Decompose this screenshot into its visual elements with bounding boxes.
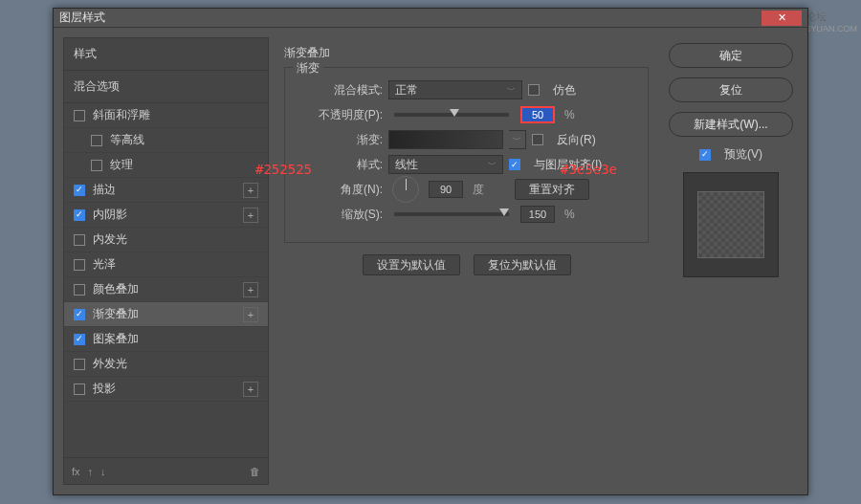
reset-default-button[interactable]: 复位为默认值 xyxy=(474,254,571,275)
scale-slider[interactable] xyxy=(394,212,509,216)
effect-item[interactable]: 渐变叠加+ xyxy=(64,302,268,327)
effect-label: 描边 xyxy=(93,182,116,198)
effect-label: 外发光 xyxy=(93,356,127,372)
dither-checkbox[interactable] xyxy=(528,84,540,96)
effect-item[interactable]: 内阴影+ xyxy=(64,203,268,228)
add-effect-icon[interactable]: + xyxy=(243,307,258,322)
styles-panel: 样式 混合选项 斜面和浮雕等高线纹理描边+内阴影+内发光光泽颜色叠加+渐变叠加+… xyxy=(63,37,269,485)
effect-checkbox[interactable] xyxy=(74,383,85,395)
effect-checkbox[interactable] xyxy=(74,284,85,296)
scale-label: 缩放(S): xyxy=(297,207,383,223)
styles-footer: fx ↑ ↓ 🗑 xyxy=(64,457,268,484)
effect-checkbox[interactable] xyxy=(74,309,85,320)
slider-thumb[interactable] xyxy=(450,109,459,117)
add-effect-icon[interactable]: + xyxy=(243,282,258,297)
preview-checkbox[interactable] xyxy=(699,149,711,161)
scale-unit: % xyxy=(564,208,575,221)
add-effect-icon[interactable]: + xyxy=(243,382,258,397)
style-select[interactable]: 线性 ﹀ xyxy=(388,155,503,174)
effects-list: 斜面和浮雕等高线纹理描边+内阴影+内发光光泽颜色叠加+渐变叠加+图案叠加外发光投… xyxy=(64,103,268,457)
effect-item[interactable]: 图案叠加 xyxy=(64,327,268,352)
effect-item[interactable]: 内发光 xyxy=(64,228,268,252)
add-effect-icon[interactable]: + xyxy=(243,183,258,198)
dither-label: 仿色 xyxy=(553,82,576,99)
gradient-dropdown[interactable]: ﹀ xyxy=(509,130,526,149)
effect-label: 图案叠加 xyxy=(93,331,139,347)
align-label: 与图层对齐(I) xyxy=(534,157,602,173)
styles-header: 样式 xyxy=(64,38,268,71)
preview-box xyxy=(683,172,779,277)
effect-label: 颜色叠加 xyxy=(93,281,139,297)
settings-panel: 渐变叠加 渐变 混合模式: 正常 ﹀ 仿色 不透明度(P): xyxy=(278,37,654,485)
layer-style-dialog: 图层样式 ✕ 样式 混合选项 斜面和浮雕等高线纹理描边+内阴影+内发光光泽颜色叠… xyxy=(53,8,808,495)
angle-dial[interactable] xyxy=(392,176,419,203)
effect-checkbox[interactable] xyxy=(74,209,85,221)
effect-checkbox[interactable] xyxy=(91,135,102,146)
cancel-button[interactable]: 复位 xyxy=(669,77,793,102)
titlebar[interactable]: 图层样式 ✕ xyxy=(54,9,807,28)
effect-label: 渐变叠加 xyxy=(93,306,139,322)
opacity-label: 不透明度(P): xyxy=(297,107,383,123)
effect-item[interactable]: 等高线 xyxy=(64,128,268,153)
effect-checkbox[interactable] xyxy=(91,160,102,171)
gradient-fieldset: 渐变 混合模式: 正常 ﹀ 仿色 不透明度(P): 50 xyxy=(284,67,649,243)
effect-checkbox[interactable] xyxy=(74,359,85,370)
effect-item[interactable]: 颜色叠加+ xyxy=(64,277,268,302)
effect-label: 内发光 xyxy=(93,231,127,248)
effect-item[interactable]: 纹理 xyxy=(64,153,268,178)
preview-label: 预览(V) xyxy=(724,146,762,163)
slider-thumb[interactable] xyxy=(499,208,509,216)
set-default-button[interactable]: 设置为默认值 xyxy=(363,254,460,275)
blend-mode-value: 正常 xyxy=(395,82,418,99)
effect-checkbox[interactable] xyxy=(74,234,85,246)
trash-icon[interactable]: 🗑 xyxy=(250,466,260,477)
style-label: 样式: xyxy=(297,157,383,173)
fx-icon[interactable]: fx xyxy=(72,466,80,477)
scale-input[interactable]: 150 xyxy=(520,206,555,223)
effect-item[interactable]: 外发光 xyxy=(64,352,268,377)
style-value: 线性 xyxy=(395,157,418,173)
effect-label: 纹理 xyxy=(110,157,133,173)
effect-label: 光泽 xyxy=(93,256,116,273)
opacity-input[interactable]: 50 xyxy=(520,106,555,123)
effect-checkbox[interactable] xyxy=(74,185,85,196)
close-button[interactable]: ✕ xyxy=(762,11,802,26)
ok-button[interactable]: 确定 xyxy=(669,43,793,68)
align-checkbox[interactable] xyxy=(509,159,520,170)
arrow-down-icon[interactable]: ↓ xyxy=(100,466,106,477)
dialog-title: 图层样式 xyxy=(59,10,762,26)
action-panel: 确定 复位 新建样式(W)... 预览(V) xyxy=(664,37,798,485)
angle-unit: 度 xyxy=(473,182,484,198)
effect-label: 内阴影 xyxy=(93,207,127,223)
gradient-preview[interactable] xyxy=(388,130,503,149)
reverse-checkbox[interactable] xyxy=(532,134,543,145)
effect-label: 斜面和浮雕 xyxy=(93,107,150,123)
blend-mode-select[interactable]: 正常 ﹀ xyxy=(388,80,522,99)
effect-label: 投影 xyxy=(93,381,116,397)
blend-mode-label: 混合模式: xyxy=(297,82,383,99)
effect-checkbox[interactable] xyxy=(74,259,85,271)
arrow-up-icon[interactable]: ↑ xyxy=(88,466,94,477)
angle-input[interactable]: 90 xyxy=(429,181,463,198)
opacity-unit: % xyxy=(564,108,575,121)
chevron-down-icon: ﹀ xyxy=(488,159,497,171)
blend-options-item[interactable]: 混合选项 xyxy=(64,71,268,103)
effect-label: 等高线 xyxy=(110,132,144,148)
new-style-button[interactable]: 新建样式(W)... xyxy=(669,112,793,137)
chevron-down-icon: ﹀ xyxy=(507,84,516,97)
effect-checkbox[interactable] xyxy=(74,110,85,121)
effect-item[interactable]: 斜面和浮雕 xyxy=(64,103,268,128)
effect-item[interactable]: 描边+ xyxy=(64,178,268,203)
angle-label: 角度(N): xyxy=(297,182,383,198)
fieldset-label: 渐变 xyxy=(293,60,323,77)
effect-checkbox[interactable] xyxy=(74,334,85,345)
opacity-slider[interactable] xyxy=(394,113,509,117)
section-title: 渐变叠加 xyxy=(278,43,654,63)
reverse-label: 反向(R) xyxy=(557,132,596,148)
effect-item[interactable]: 光泽 xyxy=(64,252,268,277)
add-effect-icon[interactable]: + xyxy=(243,208,258,223)
reset-align-button[interactable]: 重置对齐 xyxy=(515,179,589,200)
gradient-label: 渐变: xyxy=(297,132,383,148)
effect-item[interactable]: 投影+ xyxy=(64,377,268,402)
preview-swatch xyxy=(697,191,764,258)
